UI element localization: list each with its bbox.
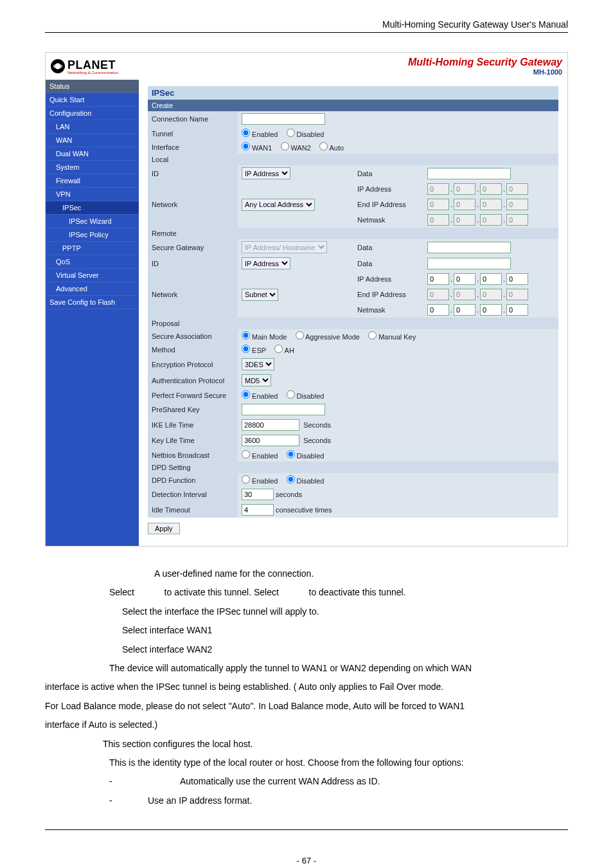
sidebar-item-configuration[interactable]: Configuration <box>46 107 139 120</box>
ip-octet[interactable] <box>454 273 475 285</box>
ip-octet[interactable] <box>480 214 502 226</box>
input-det-interval[interactable] <box>242 489 274 500</box>
radio-dpd-enabled[interactable]: Enabled <box>242 477 278 485</box>
input-idle-timeout[interactable] <box>242 504 274 516</box>
input-preshared[interactable] <box>242 404 325 415</box>
lbl-seconds-det: seconds <box>276 491 302 498</box>
ip-octet[interactable] <box>480 304 502 316</box>
radio-pfs-disabled[interactable]: Disabled <box>287 392 324 400</box>
radio-tunnel-enabled[interactable]: Enabled <box>242 131 278 138</box>
radio-dpd-disabled[interactable]: Disabled <box>287 477 324 485</box>
ip-octet[interactable] <box>454 199 475 210</box>
ip-octet[interactable] <box>427 214 449 226</box>
ip-octet[interactable] <box>427 289 449 300</box>
select-auth-proto[interactable]: MD5 <box>242 374 271 386</box>
input-local-ip[interactable]: ... <box>427 183 555 195</box>
radio-auto[interactable]: Auto <box>319 144 344 152</box>
svg-point-0 <box>55 63 60 69</box>
input-ike-life[interactable] <box>242 419 299 431</box>
lbl-netbios: Netbios Broadcast <box>148 448 238 462</box>
text-l5: Select interface WAN2 <box>45 640 568 659</box>
radio-esp[interactable]: ESP <box>242 347 266 354</box>
ip-octet[interactable] <box>506 289 528 300</box>
sidebar-item-wan[interactable]: WAN <box>46 134 139 147</box>
sidebar-item-qos[interactable]: QoS <box>46 255 139 269</box>
select-remote-network[interactable]: Subnet <box>242 289 278 301</box>
sidebar-item-ipsec[interactable]: IPSec <box>46 201 139 215</box>
ip-octet[interactable] <box>454 289 475 300</box>
apply-button[interactable]: Apply <box>148 523 180 534</box>
radio-pfs-enabled[interactable]: Enabled <box>242 392 278 400</box>
input-local-end-ip[interactable]: ... <box>427 199 555 210</box>
ip-octet[interactable] <box>454 214 475 226</box>
select-secure-gateway[interactable]: IP Address/ Hostname <box>242 241 327 253</box>
ip-octet[interactable] <box>427 183 449 195</box>
input-secure-gateway-data[interactable] <box>427 242 511 253</box>
radio-netbios-disabled[interactable]: Disabled <box>287 452 324 460</box>
sidebar-item-pptp[interactable]: PPTP <box>46 242 139 255</box>
ip-octet[interactable] <box>506 199 528 210</box>
app-title: Multi-Homing Security Gateway <box>408 57 562 68</box>
bullet-2: -Use an IP address format. <box>45 791 568 810</box>
doc-header-title: Multi-Homing Security Gateway User's Man… <box>45 19 568 30</box>
sidebar-item-status[interactable]: Status <box>46 80 139 93</box>
radio-manual-key[interactable]: Manual Key <box>368 333 416 341</box>
ip-octet[interactable] <box>454 183 475 195</box>
lbl-pfs: Perfect Forward Secure <box>148 388 238 402</box>
sidebar-item-ipsec-wizard[interactable]: IPSec Wizard <box>46 215 139 228</box>
sidebar-item-dual-wan[interactable]: Dual WAN <box>46 147 139 161</box>
radio-wan2[interactable]: WAN2 <box>281 144 311 152</box>
sidebar-item-quick-start[interactable]: Quick Start <box>46 93 139 107</box>
ipsec-form: Connection Name Tunnel Enabled Disabled … <box>148 111 558 518</box>
sidebar-item-virtual-server[interactable]: Virtual Server <box>46 269 139 282</box>
input-local-id-data[interactable] <box>427 168 511 179</box>
select-local-id[interactable]: IP Address <box>242 167 290 179</box>
bullet-1: -Automatically use the current WAN Addre… <box>45 772 568 791</box>
sidebar-item-firewall[interactable]: Firewall <box>46 174 139 188</box>
radio-ah[interactable]: AH <box>274 347 294 354</box>
ip-octet[interactable] <box>427 304 449 316</box>
ip-octet[interactable] <box>427 273 449 285</box>
input-remote-id-data[interactable] <box>427 258 511 269</box>
sidebar-item-advanced[interactable]: Advanced <box>46 282 139 296</box>
lbl-local-id: ID <box>148 165 238 181</box>
ip-octet[interactable] <box>506 183 528 195</box>
radio-main-mode[interactable]: Main Mode <box>242 333 287 341</box>
input-connection-name[interactable] <box>242 113 325 125</box>
sidebar-item-vpn[interactable]: VPN <box>46 188 139 201</box>
radio-tunnel-disabled[interactable]: Disabled <box>287 131 324 138</box>
ip-octet[interactable] <box>506 214 528 226</box>
input-remote-end-ip[interactable]: ... <box>427 289 555 300</box>
radio-aggressive[interactable]: Aggressive Mode <box>296 333 360 341</box>
ip-octet[interactable] <box>506 304 528 316</box>
ip-octet[interactable] <box>480 273 502 285</box>
select-enc-proto[interactable]: 3DES <box>242 358 274 370</box>
text-l1: A user-defined name for the connection. <box>45 565 568 583</box>
select-local-network[interactable]: Any Local Address <box>242 199 315 211</box>
ip-octet[interactable] <box>480 289 502 300</box>
sidebar: StatusQuick StartConfigurationLANWANDual… <box>46 80 139 546</box>
ip-octet[interactable] <box>480 199 502 210</box>
input-key-life[interactable] <box>242 435 299 446</box>
ip-octet[interactable] <box>506 273 528 285</box>
doc-header-rule <box>45 32 568 33</box>
sidebar-item-system[interactable]: System <box>46 161 139 174</box>
doc-body-text: A user-defined name for the connection. … <box>45 565 568 810</box>
radio-netbios-enabled[interactable]: Enabled <box>242 452 278 460</box>
lbl-secure-assoc: Secure Association <box>148 329 238 343</box>
sidebar-item-ipsec-policy[interactable]: IPSec Policy <box>46 228 139 242</box>
sidebar-item-lan[interactable]: LAN <box>46 120 139 134</box>
select-remote-id[interactable]: IP Address <box>242 257 290 269</box>
section-proposal: Proposal <box>148 318 558 329</box>
input-local-netmask[interactable]: ... <box>427 214 555 226</box>
lbl-secure-gateway: Secure Gateway <box>148 239 238 255</box>
ip-octet[interactable] <box>454 304 475 316</box>
input-remote-ip[interactable]: ... <box>427 273 555 285</box>
input-remote-netmask[interactable]: ... <box>427 304 555 316</box>
logo-text: PLANET <box>67 59 118 72</box>
ip-octet[interactable] <box>480 183 502 195</box>
logo: PLANET Networking & Communication <box>51 59 118 75</box>
ip-octet[interactable] <box>427 199 449 210</box>
sidebar-item-save-config-to-flash[interactable]: Save Config to Flash <box>46 296 139 309</box>
radio-wan1[interactable]: WAN1 <box>242 144 272 152</box>
